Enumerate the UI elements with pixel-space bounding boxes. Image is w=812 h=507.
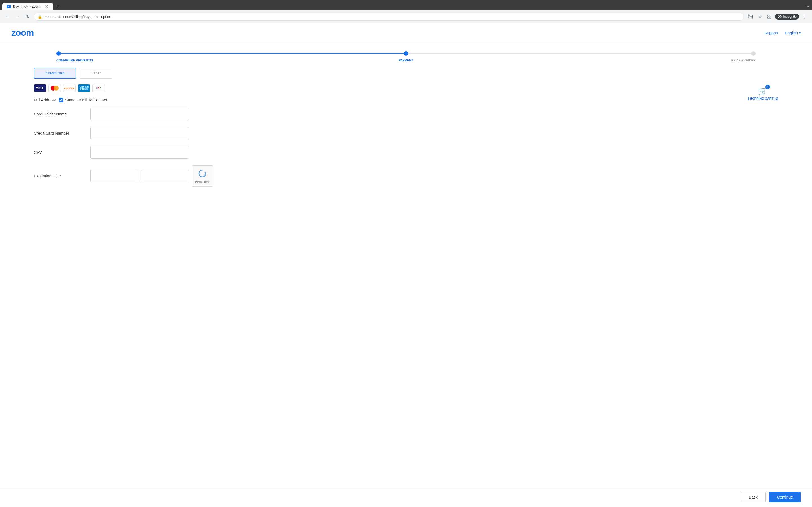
recaptcha-svg [198,169,207,178]
tab-other[interactable]: Other [80,68,112,78]
step-dot-configure [56,51,61,56]
card-icons: VISA DISCOVER AMERICAN EXPRESS JCB [34,84,778,92]
tab-favicon: Z [7,4,11,8]
tab-credit-card[interactable]: Credit Card [34,68,76,78]
step-line-1 [61,53,404,54]
payment-tabs: Credit Card Other [34,68,778,78]
expiration-date-label: Expiration Date [34,174,90,178]
recaptcha-terms[interactable]: Terms [204,180,209,183]
same-as-bill-label: Same as Bill To Contact [65,98,107,102]
recaptcha-icon [198,169,207,180]
card-holder-name-label: Card Holder Name [34,112,90,116]
language-selector[interactable]: English ▾ [785,31,801,35]
url-text: zoom.us/account/billing/buy_subscription [45,15,741,19]
mc-orange-circle [54,86,59,91]
step-line-2 [408,53,751,54]
jcb-icon: JCB [93,84,105,92]
step-dot-payment [404,51,408,56]
address-row: Full Address Same as Bill To Contact [34,98,778,102]
mc-circles [51,86,59,91]
full-address-label: Full Address [34,98,56,102]
discover-icon: DISCOVER [63,84,75,92]
browser-nav: ← → ↻ 🔒 zoom.us/account/billing/buy_subs… [0,10,812,23]
card-holder-name-input[interactable] [90,108,189,120]
incognito-label: Incognito [783,15,797,18]
address-bar[interactable]: 🔒 zoom.us/account/billing/buy_subscripti… [34,13,744,20]
reload-button[interactable]: ↻ [24,13,32,20]
tab-title: Buy it now - Zoom [13,4,43,8]
progress-container: CONFIGURE PRODUCTS PAYMENT REVIEW ORDER [22,43,790,68]
zoom-logo: zoom [11,27,34,38]
cvv-row: CVV [34,146,778,159]
top-bar: zoom Support English ▾ [0,23,812,43]
camera-disabled-icon[interactable] [746,13,754,20]
jcb-text: JCB [96,87,101,90]
bookmark-star-icon[interactable]: ☆ [756,13,764,20]
svg-rect-2 [768,15,769,16]
credit-card-number-label: Credit Card Number [34,131,90,135]
cvv-input[interactable] [90,146,189,159]
same-as-bill-wrapper: Same as Bill To Contact [59,98,107,102]
expiration-date-row: Expiration Date [34,165,778,187]
amex-icon: AMERICAN EXPRESS [78,84,90,92]
step-label-review: REVIEW ORDER [522,59,756,62]
svg-rect-3 [770,15,771,16]
credit-card-number-input[interactable] [90,127,189,139]
nav-icons: ☆ Incognito ⋮ [746,13,809,20]
language-chevron: ▾ [799,31,801,35]
tab-bar: Z Buy it now - Zoom ✕ + ⌄ [0,0,812,10]
card-holder-name-row: Card Holder Name [34,108,778,120]
new-tab-button[interactable]: + [54,2,62,10]
svg-rect-5 [770,17,771,18]
tab-list-chevron[interactable]: ⌄ [806,3,810,8]
page-content: zoom Support English ▾ CONFIGURE PRODUCT… [0,23,812,227]
support-link[interactable]: Support [764,31,778,35]
expiration-inputs-group: Privacy · Terms [90,165,213,187]
progress-steps [56,51,756,56]
form-section: Card Holder Name Credit Card Number CVV … [34,108,778,187]
back-nav-button[interactable]: ← [3,13,11,20]
credit-card-number-row: Credit Card Number [34,127,778,139]
expiration-month-input[interactable] [90,170,138,182]
cvv-label: CVV [34,150,90,155]
step-label-payment: PAYMENT [290,59,523,62]
step-label-configure: CONFIGURE PRODUCTS [56,59,290,62]
forward-nav-button[interactable]: → [13,13,21,20]
recaptcha-footer: Privacy · Terms [195,180,209,183]
language-label: English [785,31,798,35]
lock-icon: 🔒 [38,14,42,19]
discover-text: DISCOVER [64,87,75,89]
same-as-bill-checkbox[interactable] [59,98,63,102]
incognito-badge: Incognito [775,13,799,20]
extension-icon[interactable] [765,13,773,20]
browser-chrome: Z Buy it now - Zoom ✕ + ⌄ ← → ↻ 🔒 zoom.u… [0,0,812,23]
recaptcha-privacy[interactable]: Privacy [195,180,202,183]
more-menu-button[interactable]: ⋮ [801,13,809,20]
mastercard-icon [49,84,61,92]
main-content: Credit Card Other VISA DISCOVER AMERICAN… [0,68,812,205]
tab-close-button[interactable]: ✕ [45,4,49,9]
step-labels: CONFIGURE PRODUCTS PAYMENT REVIEW ORDER [56,59,756,62]
exp-inputs [90,170,190,182]
expiration-year-input[interactable] [142,170,190,182]
step-dot-review [751,51,756,56]
browser-tab-active[interactable]: Z Buy it now - Zoom ✕ [2,3,53,10]
top-bar-right: Support English ▾ [764,31,801,35]
visa-icon: VISA [34,84,46,92]
recaptcha-widget[interactable]: Privacy · Terms [192,165,213,187]
svg-rect-4 [768,17,769,18]
